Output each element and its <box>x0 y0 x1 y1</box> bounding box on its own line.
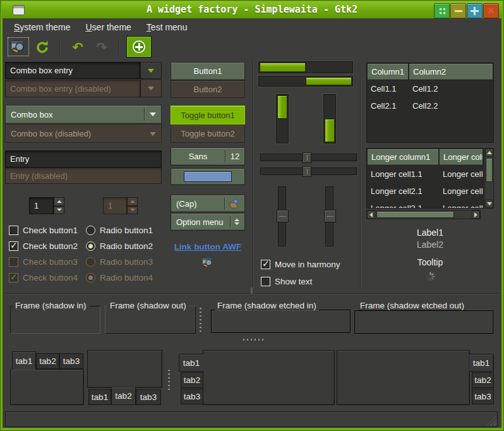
progress-fill <box>277 95 287 119</box>
frame-label: Frame (shadow out) <box>107 301 189 310</box>
tab-top-tab3[interactable]: tab3 <box>59 353 83 369</box>
tab-top-tab2[interactable]: tab2 <box>36 353 59 369</box>
color-button[interactable] <box>171 168 245 185</box>
tab-bottom-tab1[interactable]: tab1 <box>88 389 111 405</box>
refresh-toolbutton[interactable] <box>32 37 53 56</box>
spin-arrows[interactable] <box>54 197 64 214</box>
button1[interactable]: Button1 <box>171 62 245 80</box>
tab-bottom-tab3[interactable]: tab3 <box>136 389 161 405</box>
toggle-button1-active[interactable]: Toggle button1 <box>171 106 245 124</box>
close-button[interactable]: ✕ <box>483 3 499 18</box>
paned-dotted-handle[interactable] <box>200 308 201 332</box>
treeview-2[interactable]: Longer column1 Longer column2 Longer cel… <box>366 148 484 209</box>
scroll-down-button[interactable] <box>485 200 493 208</box>
check-button-2[interactable]: Check button2 <box>9 239 78 253</box>
resize-grip[interactable] <box>486 416 496 426</box>
tab-right-tab1[interactable]: tab1 <box>469 354 494 372</box>
combo-box-entry-arrow-button[interactable] <box>140 62 162 79</box>
paned-dotted-handle[interactable] <box>168 370 170 391</box>
maximize-button[interactable] <box>467 3 483 18</box>
vscale-1[interactable] <box>278 186 286 246</box>
column-header[interactable]: Longer column2 <box>439 149 483 166</box>
vertical-scrollbar[interactable] <box>484 148 494 209</box>
radio-button-2[interactable]: Radio button2 <box>86 239 153 253</box>
tab-left-tab3[interactable]: tab3 <box>181 389 203 404</box>
toolbar-separator <box>119 39 120 54</box>
spin-button[interactable]: 1 <box>29 197 64 214</box>
font-button[interactable]: Sans 12 <box>171 147 245 166</box>
tooltip-label: Tooltip <box>365 257 495 267</box>
tab-left-tab1[interactable]: tab1 <box>179 354 203 372</box>
vscale-1-handle[interactable] <box>277 210 289 222</box>
tab-right-tab2[interactable]: tab2 <box>472 372 494 388</box>
scroll-up-button[interactable] <box>485 149 493 157</box>
undo-toolbutton[interactable]: ↶ <box>67 37 88 56</box>
redo-toolbutton: ↷ <box>91 37 112 56</box>
arrow-up-icon <box>130 200 135 203</box>
horizontal-scroll-thumb[interactable] <box>376 211 454 218</box>
minimize-button[interactable] <box>450 3 466 18</box>
hscale-1[interactable] <box>260 154 357 161</box>
treeview-1[interactable]: Column1 Column2 Cell1.1 Cell1.2 Cell2.1 … <box>366 63 494 143</box>
spin-up-button[interactable] <box>54 197 64 206</box>
scroll-right-button[interactable] <box>472 210 480 219</box>
tab-top-tab1[interactable]: tab1 <box>12 351 36 370</box>
table-row[interactable]: Longer cell2.1 Longer cell2.2 <box>367 183 483 200</box>
spin-button-disabled: 1 <box>103 197 138 214</box>
checkbox-unchecked[interactable] <box>261 277 270 286</box>
radio-unselected[interactable] <box>86 226 95 235</box>
entry-field[interactable]: Entry <box>5 150 162 167</box>
hscale-2-handle[interactable] <box>303 166 311 177</box>
minimize-icon <box>455 10 462 12</box>
move-in-harmony-check[interactable]: Move in harmony <box>261 257 340 271</box>
notebook-top-body <box>10 369 84 405</box>
window-menu-button[interactable] <box>434 3 450 18</box>
titlebar[interactable]: A widget factory - Simplewaita - Gtk2 ✕ <box>2 1 502 18</box>
awf-image-wrap <box>171 255 245 269</box>
menu-system-theme[interactable]: System theme <box>6 20 78 35</box>
vscale-2-handle[interactable] <box>324 210 336 222</box>
column-header[interactable]: Column2 <box>409 63 493 80</box>
spin-entry[interactable]: 1 <box>29 197 54 214</box>
vscale-2[interactable] <box>325 186 333 246</box>
radio-selected[interactable] <box>86 241 95 251</box>
table-row[interactable]: Cell2.1 Cell2.2 <box>367 97 493 114</box>
toolbar-separator <box>59 39 61 54</box>
check-button-1[interactable]: Check button1 <box>9 223 78 237</box>
combo-box-entry[interactable]: Combo box entry <box>5 62 140 79</box>
vertical-scroll-thumb[interactable] <box>486 158 493 182</box>
table-row[interactable]: Longer cell1.1 Longer cell1.2 <box>367 166 483 183</box>
tab-bottom-tab2[interactable]: tab2 <box>111 387 136 405</box>
tab-left-tab2[interactable]: tab2 <box>181 372 203 388</box>
paned-handle[interactable] <box>251 288 253 294</box>
combo-box[interactable]: Combo box <box>5 105 162 124</box>
menu-user-theme[interactable]: User theme <box>78 20 138 35</box>
table-row[interactable]: Longer cell3.1 Longer cell3.2 <box>367 200 483 209</box>
add-toolbutton[interactable] <box>126 36 152 58</box>
tab-right-tab3[interactable]: tab3 <box>472 389 494 404</box>
table-row[interactable]: Cell1.1 Cell1.2 <box>367 80 493 97</box>
toolbar: ↶ ↷ <box>3 35 501 58</box>
checkbox-checked[interactable] <box>9 241 18 251</box>
link-button-awf[interactable]: Link button AWF <box>174 242 242 252</box>
menubar: System theme User theme Test menu <box>3 18 501 35</box>
option-menu[interactable]: Option menu <box>171 213 245 231</box>
column-header[interactable]: Column1 <box>367 63 409 80</box>
spinner-icon <box>426 272 435 281</box>
cap-file-button[interactable]: (Cap) <box>171 195 245 212</box>
hscale-1-handle[interactable] <box>303 152 311 163</box>
awf-logo-toolbutton[interactable] <box>8 37 29 56</box>
horizontal-scrollbar[interactable] <box>366 210 481 219</box>
menu-test-menu[interactable]: Test menu <box>139 20 195 35</box>
frame-label: Frame (shadow etched out) <box>357 301 467 310</box>
paned-dotted-handle[interactable] <box>243 339 266 341</box>
checkbox-unchecked[interactable] <box>9 226 18 235</box>
scroll-left-button[interactable] <box>367 210 375 219</box>
frame-label: Frame (shadow etched in) <box>215 301 319 310</box>
spin-down-button[interactable] <box>54 206 64 215</box>
column-header[interactable]: Longer column1 <box>367 149 439 166</box>
show-text-check[interactable]: Show text <box>261 274 312 288</box>
radio-button-1[interactable]: Radio button1 <box>86 223 153 237</box>
checkbox-checked[interactable] <box>261 260 270 269</box>
hscale-2[interactable] <box>260 167 357 175</box>
